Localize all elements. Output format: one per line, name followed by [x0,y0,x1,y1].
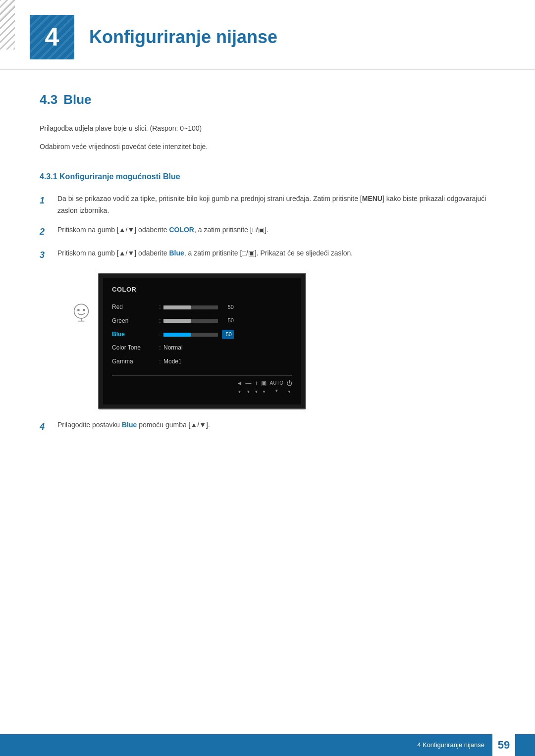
bar-green [163,319,218,323]
step-text-1: Da bi se prikazao vodič za tipke, pritis… [57,193,495,217]
step-number-4: 4 [40,419,50,435]
nav-left-icon: ◄ ▼ [237,379,243,396]
description-2: Odabirom veće vrijednosti povećat ćete i… [40,141,495,153]
menu-value-red: 50 [163,303,292,312]
num-green: 50 [222,316,234,325]
auto-label: AUTO ▼ [269,379,283,395]
chapter-title: Konfiguriranje nijanse [89,23,277,51]
section-title: 4.3Blue [40,90,495,110]
menu-rows: Red : 50 Green : [112,301,292,368]
subsection-number: 4.3.1 [40,172,57,181]
step-number-3: 3 [40,248,50,263]
power-icon: ⏻ ▼ [286,379,292,396]
monitor-screenshot: COLOR Red : 50 [69,273,495,409]
footer-page-number: 59 [492,734,515,756]
footer-chapter-label: 4 Konfiguriranje nijanse [417,740,484,751]
menu-value-gamma: Mode1 [163,357,292,366]
screen-inner: COLOR Red : 50 [103,278,301,404]
menu-row-blue: Blue : 50 [112,328,292,342]
menu-row-red: Red : 50 [112,301,292,314]
menu-value-colortone: Normal [163,343,292,353]
menu-label-colortone: Color Tone [112,343,157,353]
menu-row-gamma: Gamma : Mode1 [112,355,292,368]
step-number-2: 2 [40,224,50,240]
menu-row-green: Green : 50 [112,314,292,328]
page-header: 4 Konfiguriranje nijanse [0,0,535,70]
menu-value-green: 50 [163,316,292,325]
sep-gamma: : [157,357,163,366]
menu-label-red: Red [112,302,157,312]
menu-title: COLOR [112,285,292,295]
page-footer: 4 Konfiguriranje nijanse 59 [0,734,535,756]
nav-plus-icon: + ▼ [254,379,258,396]
num-blue: 50 [222,330,234,340]
text-colortone: Normal [163,343,183,353]
sep-red: : [157,302,163,312]
bar-fill-green [163,319,191,323]
content-area: 4.3Blue Prilagodba udjela plave boje u s… [0,90,535,482]
step-4: 4 Prilagodite postavku Blue pomoću gumba… [40,419,495,435]
chapter-number-box: 4 [30,15,74,59]
num-red: 50 [222,303,234,312]
step-number-1: 1 [40,193,50,208]
step-3: 3 Pritiskom na gumb [▲/▼] odaberite Blue… [40,248,495,263]
menu-value-blue: 50 [163,330,292,340]
menu-label-blue: Blue [112,330,157,339]
step-2: 2 Pritiskom na gumb [▲/▼] odaberite COLO… [40,224,495,240]
steps-list-2: 4 Prilagodite postavku Blue pomoću gumba… [40,419,495,435]
bar-fill-red [163,305,191,309]
description-1: Prilagodba udjela plave boje u slici. (R… [40,123,495,135]
nav-minus-icon: — ▼ [245,379,251,396]
stripe-decoration [0,0,15,50]
svg-point-2 [83,308,85,311]
subsection-title: 4.3.1 Konfiguriranje mogućnosti Blue [40,170,495,183]
subsection-name: Konfiguriranje mogućnosti Blue [59,172,180,181]
svg-point-1 [77,308,80,311]
svg-point-0 [74,304,89,318]
menu-label-green: Green [112,316,157,326]
screen-frame: COLOR Red : 50 [98,273,306,409]
bottom-bar: ◄ ▼ — ▼ + ▼ ▣ ▼ [112,375,292,396]
chapter-number: 4 [45,16,59,57]
menu-row-colortone: Color Tone : Normal [112,341,292,354]
monitor-icon [69,302,93,326]
section-name: Blue [63,92,91,107]
step-1: 1 Da bi se prikazao vodič za tipke, prit… [40,193,495,217]
step-text-2: Pritiskom na gumb [▲/▼] odaberite COLOR,… [57,224,495,236]
sep-blue: : [157,330,163,339]
sep-colortone: : [157,343,163,353]
step-text-3: Pritiskom na gumb [▲/▼] odaberite Blue, … [57,248,495,259]
text-gamma: Mode1 [163,357,182,366]
nav-enter-icon: ▣ ▼ [261,379,267,396]
bar-blue [163,333,218,337]
section-number: 4.3 [40,92,57,107]
step-text-4: Prilagodite postavku Blue pomoću gumba [… [57,419,495,431]
bar-red [163,305,218,309]
steps-list: 1 Da bi se prikazao vodič za tipke, prit… [40,193,495,263]
sep-green: : [157,316,163,326]
menu-label-gamma: Gamma [112,357,157,366]
bar-fill-blue [163,333,191,337]
